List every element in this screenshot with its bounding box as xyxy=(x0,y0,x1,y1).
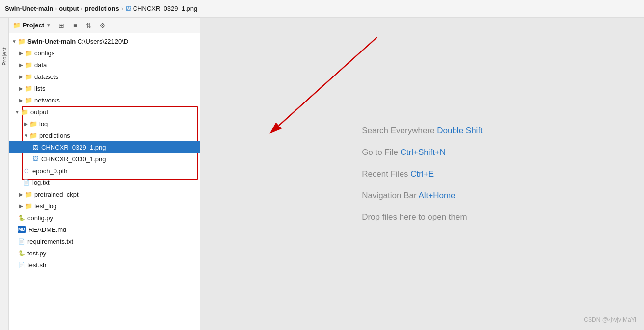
test-py-file-icon: 🐍 xyxy=(18,250,26,256)
configs-label: configs xyxy=(34,50,54,57)
config-py-label: config.py xyxy=(27,214,53,222)
tree-item-requirements[interactable]: 📄 requirements.txt xyxy=(9,235,200,247)
tree-item-pretrained[interactable]: ▶ 📁 pretrained_ckpt xyxy=(9,188,200,200)
tree-item-config-py[interactable]: 🐍 config.py xyxy=(9,212,200,224)
test-log-arrow: ▶ xyxy=(18,203,25,209)
project-toolbar: 📁 Project ▼ ⊞ ≡ ⇅ ⚙ – xyxy=(9,18,200,33)
networks-arrow: ▶ xyxy=(18,97,25,103)
configs-arrow: ▶ xyxy=(18,50,25,56)
sidebar-strip: Project xyxy=(0,18,9,330)
data-folder-icon: 📁 xyxy=(25,61,32,68)
drop-text: Drop files here to open them xyxy=(362,212,467,222)
epoch-label: epoch_0.pth xyxy=(32,167,68,175)
tree-item-epoch[interactable]: ⬡ epoch_0.pth xyxy=(9,165,200,177)
test-log-label: test_log xyxy=(34,203,57,210)
tree-item-data[interactable]: ▶ 📁 data xyxy=(9,59,200,71)
toolbar-btn-layout[interactable]: ⊞ xyxy=(56,20,67,31)
config-py-file-icon: 🐍 xyxy=(18,214,26,221)
breadcrumb-file-icon: 🖼 xyxy=(125,5,131,12)
test-sh-label: test.sh xyxy=(27,261,46,269)
predictions-folder-icon: 📁 xyxy=(29,132,37,139)
pretrained-label: pretrained_ckpt xyxy=(34,191,79,198)
networks-folder-icon: 📁 xyxy=(25,97,32,103)
pretrained-folder-icon: 📁 xyxy=(25,191,32,198)
lists-arrow: ▶ xyxy=(18,85,25,92)
output-arrow: ▼ xyxy=(14,108,21,115)
tree-item-configs[interactable]: ▶ 📁 configs xyxy=(9,47,200,59)
breadcrumb-sep-3: › xyxy=(121,5,123,12)
toolbar-btn-sort[interactable]: ⇅ xyxy=(83,20,94,31)
toolbar-btn-settings[interactable]: ⚙ xyxy=(97,20,108,31)
tree-item-chncxr-0330[interactable]: 🖼 CHNCXR_0330_1.png xyxy=(9,153,200,165)
root-arrow: ▼ xyxy=(11,38,18,45)
shortcut-recent: Recent Files Ctrl+E xyxy=(362,169,434,179)
tree-item-networks[interactable]: ▶ 📁 networks xyxy=(9,94,200,106)
networks-label: networks xyxy=(34,97,60,104)
tree-item-readme[interactable]: MD README.md xyxy=(9,224,200,235)
tree-item-log[interactable]: ▶ 📁 log xyxy=(9,118,200,129)
test-log-folder-icon: 📁 xyxy=(25,203,32,209)
project-folder-icon: 📁 xyxy=(13,22,21,29)
breadcrumb-file: 🖼 CHNCXR_0329_1.png xyxy=(125,5,198,12)
tree-item-predictions[interactable]: ▼ 📁 predictions xyxy=(9,129,200,141)
shortcut-list: Search Everywhere Double Shift Go to Fil… xyxy=(362,126,483,222)
shortcut-nav-key: Alt+Home xyxy=(418,191,455,200)
tree-item-lists[interactable]: ▶ 📁 lists xyxy=(9,82,200,94)
breadcrumb-filename: CHNCXR_0329_1.png xyxy=(133,5,198,12)
project-panel: 📁 Project ▼ ⊞ ≡ ⇅ ⚙ – ▼ 📁 Swin-Unet-main… xyxy=(9,18,200,330)
sidebar-strip-label: Project xyxy=(1,47,7,66)
lists-label: lists xyxy=(34,85,45,92)
log-txt-file-icon: 📄 xyxy=(23,179,30,186)
shortcut-file-key: Ctrl+Shift+N xyxy=(401,148,446,157)
log-folder-icon: 📁 xyxy=(29,120,37,127)
chncxr-0329-file-icon: 🖼 xyxy=(31,144,39,151)
file-tree: ▼ 📁 Swin-Unet-main C:\Users\22120\D ▶ 📁 … xyxy=(9,33,200,330)
toolbar-btn-minimize[interactable]: – xyxy=(111,20,122,31)
configs-folder-icon: 📁 xyxy=(25,50,32,56)
tree-item-log-txt[interactable]: 📄 log.txt xyxy=(9,177,200,188)
data-label: data xyxy=(34,61,47,69)
log-label: log xyxy=(39,120,48,127)
dropdown-arrow: ▼ xyxy=(46,23,51,28)
tree-item-datasets[interactable]: ▶ 📁 datasets xyxy=(9,71,200,82)
tree-item-output[interactable]: ▼ 📁 output xyxy=(9,106,200,118)
root-label: Swin-Unet-main C:\Users\22120\D xyxy=(27,38,128,45)
datasets-folder-icon: 📁 xyxy=(25,73,32,80)
chncxr-0330-label: CHNCXR_0330_1.png xyxy=(41,155,106,163)
main-content: Search Everywhere Double Shift Go to Fil… xyxy=(200,18,644,330)
tree-item-test-py[interactable]: 🐍 test.py xyxy=(9,247,200,259)
readme-label: README.md xyxy=(28,226,66,233)
toolbar-btn-align[interactable]: ≡ xyxy=(70,20,80,31)
datasets-label: datasets xyxy=(34,73,58,80)
watermark: CSDN @小v|v|MaYi xyxy=(584,316,636,324)
annotation-arrow xyxy=(230,32,402,140)
chncxr-0330-file-icon: 🖼 xyxy=(31,155,39,162)
predictions-label: predictions xyxy=(39,132,70,139)
readme-file-icon: MD xyxy=(18,226,26,233)
shortcut-recent-key: Ctrl+E xyxy=(410,169,434,178)
data-arrow: ▶ xyxy=(18,61,25,68)
breadcrumb: Swin-Unet-main › output › predictions › … xyxy=(0,0,644,18)
lists-folder-icon: 📁 xyxy=(25,85,32,92)
shortcut-search-key: Double Shift xyxy=(437,126,483,135)
output-folder-icon: 📁 xyxy=(21,108,28,115)
shortcut-file: Go to File Ctrl+Shift+N xyxy=(362,148,446,157)
log-arrow: ▶ xyxy=(23,120,29,127)
test-py-label: test.py xyxy=(27,250,46,257)
log-txt-label: log.txt xyxy=(32,179,50,186)
epoch-file-icon: ⬡ xyxy=(23,167,30,174)
predictions-arrow: ▼ xyxy=(23,132,29,139)
root-folder-icon: 📁 xyxy=(18,38,26,45)
requirements-label: requirements.txt xyxy=(27,238,73,245)
tree-item-test-log[interactable]: ▶ 📁 test_log xyxy=(9,200,200,212)
tree-item-test-sh[interactable]: 📄 test.sh xyxy=(9,259,200,271)
project-title: 📁 Project ▼ xyxy=(13,22,51,29)
output-label: output xyxy=(30,108,48,116)
shortcut-nav: Navigation Bar Alt+Home xyxy=(362,191,455,201)
tree-item-chncxr-0329[interactable]: 🖼 CHNCXR_0329_1.png xyxy=(9,141,200,153)
breadcrumb-predictions: predictions xyxy=(85,5,119,12)
svg-line-1 xyxy=(279,37,377,126)
breadcrumb-output: output xyxy=(59,5,79,12)
tree-root[interactable]: ▼ 📁 Swin-Unet-main C:\Users\22120\D xyxy=(9,35,200,47)
pretrained-arrow: ▶ xyxy=(18,191,25,198)
